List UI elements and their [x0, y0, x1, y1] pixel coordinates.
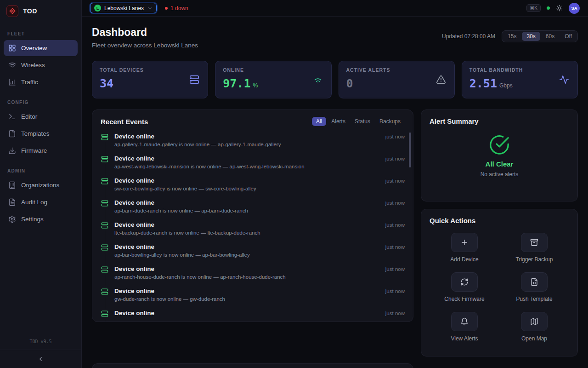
alert-summary-card: Alert Summary All Clear No active alerts: [421, 109, 578, 201]
timeline-line: [105, 297, 105, 309]
main-scroll: Dashboard Fleet overview across Lebowski…: [82, 17, 588, 368]
event-row[interactable]: Device onlinesw-core-bowling-alley is no…: [101, 177, 405, 199]
stat-unit: %: [253, 82, 258, 89]
event-detail: ap-ranch-house-dude-ranch is now online …: [114, 274, 380, 280]
stat-value: 0: [346, 77, 353, 90]
chevron-left-icon: [37, 356, 44, 362]
event-title: Device online: [114, 265, 380, 272]
sidebar-item-firmware[interactable]: Firmware: [4, 143, 78, 159]
sidebar-item-label: Editor: [21, 113, 37, 120]
nav-section-admin: ADMIN: [0, 159, 81, 177]
add-device-action[interactable]: Add Device: [430, 233, 499, 263]
org-avatar: L: [94, 5, 101, 12]
stat-online: ONLINE 97.1 %: [215, 61, 331, 98]
devices-down-badge: 1 down: [165, 5, 188, 12]
event-filters: All Alerts Status Backups: [312, 117, 405, 126]
download-icon: [8, 147, 16, 155]
wifi-icon: [313, 75, 323, 85]
stat-active-alerts: ACTIVE ALERTS 0: [339, 61, 455, 98]
theme-toggle-button[interactable]: [556, 5, 563, 12]
action-label: Push Template: [516, 296, 552, 302]
filter-backups[interactable]: Backups: [375, 117, 405, 126]
event-row[interactable]: Device online just now: [101, 309, 405, 322]
event-row[interactable]: Device onlineap-bar-bowling-alley is now…: [101, 243, 405, 265]
event-time: just now: [385, 155, 405, 177]
user-avatar[interactable]: SA: [569, 3, 580, 14]
push-template-action[interactable]: Push Template: [499, 272, 569, 302]
view-alerts-action[interactable]: View Alerts: [430, 312, 499, 342]
event-time: just now: [385, 287, 405, 309]
event-title: Device online: [114, 288, 380, 294]
check-firmware-action[interactable]: Check Firmware: [430, 272, 499, 302]
stat-value: 2.51: [469, 77, 497, 90]
event-time: just now: [385, 221, 405, 243]
event-detail: ap-bar-bowling-alley is now online — ap-…: [114, 252, 380, 258]
action-label: Check Firmware: [444, 296, 484, 302]
event-row[interactable]: Device onlineap-ranch-house-dude-ranch i…: [101, 265, 405, 287]
sidebar-item-traffic[interactable]: Traffic: [4, 74, 78, 90]
status-dot-icon: [547, 6, 550, 10]
sidebar-item-organizations[interactable]: Organizations: [4, 177, 78, 193]
down-dot-icon: [165, 7, 168, 10]
sidebar-item-settings[interactable]: Settings: [4, 211, 78, 227]
sidebar-item-overview[interactable]: Overview: [4, 40, 78, 56]
sidebar-collapse-button[interactable]: [0, 350, 81, 368]
event-detail: ap-gallery-1-maude-gallery is now online…: [114, 142, 380, 147]
sidebar-item-editor[interactable]: Editor: [4, 109, 78, 125]
filter-status[interactable]: Status: [351, 117, 374, 126]
event-title: Device online: [114, 310, 380, 316]
org-selector[interactable]: L Lebowski Lanes: [90, 3, 157, 13]
server-icon: [101, 133, 108, 141]
recent-events-panel: Recent Events All Alerts Status Backups …: [92, 109, 413, 322]
event-row[interactable]: Device onlineap-barn-dude-ranch is now o…: [101, 199, 405, 221]
refresh-30s-button[interactable]: 30s: [522, 32, 540, 41]
stat-total-devices: TOTAL DEVICES 34: [92, 61, 208, 98]
event-time: just now: [385, 243, 405, 265]
event-time: just now: [385, 199, 405, 221]
action-label: View Alerts: [451, 335, 478, 342]
terminal-icon: [8, 113, 16, 121]
file-text-icon: [8, 198, 16, 206]
filter-all[interactable]: All: [312, 117, 326, 126]
event-row[interactable]: Device onlinegw-dude-ranch is now online…: [101, 287, 405, 309]
event-title: Device online: [114, 155, 380, 162]
refresh-60s-button[interactable]: 60s: [541, 32, 559, 41]
event-time: just now: [385, 177, 405, 199]
app-version: TOD v9.5: [0, 339, 81, 350]
sidebar-item-label: Firmware: [21, 147, 47, 154]
stat-value: 34: [100, 77, 113, 90]
alert-note: No active alerts: [430, 171, 569, 178]
sidebar-item-label: Overview: [21, 45, 47, 52]
trigger-backup-action[interactable]: Trigger Backup: [499, 233, 569, 263]
event-detail: ap-west-wing-lebowski-mansion is now onl…: [114, 164, 380, 169]
open-map-action[interactable]: Open Map: [499, 312, 569, 342]
command-palette-shortcut[interactable]: ⌘K: [526, 4, 541, 12]
timeline-line: [105, 253, 105, 265]
plus-icon: [460, 238, 469, 247]
event-row[interactable]: Device onlinelte-backup-dude-ranch is no…: [101, 221, 405, 243]
map-icon: [530, 317, 538, 326]
event-title: Device online: [114, 243, 380, 250]
event-row[interactable]: Device onlineap-gallery-1-maude-gallery …: [101, 132, 405, 155]
filter-alerts[interactable]: Alerts: [327, 117, 350, 126]
event-row[interactable]: Device onlineap-west-wing-lebowski-mansi…: [101, 155, 405, 177]
event-title: Device online: [114, 221, 380, 228]
refresh-15s-button[interactable]: 15s: [503, 32, 521, 41]
server-icon: [101, 178, 108, 185]
sidebar-item-templates[interactable]: Templates: [4, 126, 78, 142]
event-detail: ap-barn-dude-ranch is now online — ap-ba…: [114, 208, 380, 213]
event-time: just now: [385, 132, 405, 155]
sidebar-item-wireless[interactable]: Wireless: [4, 57, 78, 73]
refresh-off-button[interactable]: Off: [560, 32, 577, 41]
alert-triangle-icon: [436, 75, 446, 85]
event-time: just now: [385, 309, 405, 322]
activity-icon: [559, 75, 569, 85]
sidebar-item-label: Wireless: [21, 62, 45, 69]
stat-label: ACTIVE ALERTS: [346, 67, 447, 73]
timeline-line: [105, 164, 105, 177]
sidebar-item-audit-log[interactable]: Audit Log: [4, 194, 78, 210]
stat-total-bandwidth: TOTAL BANDWIDTH 2.51 Gbps: [462, 61, 578, 98]
timeline-line: [105, 208, 105, 221]
server-icon: [101, 266, 108, 273]
events-scrollbar[interactable]: [409, 132, 411, 167]
